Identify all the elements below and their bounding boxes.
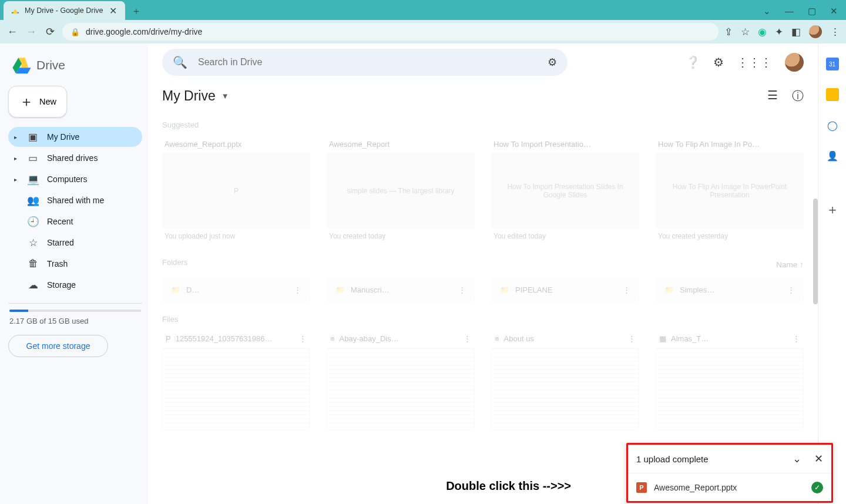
lock-icon: 🔒 <box>70 28 80 36</box>
suggested-label: Suggested <box>162 120 804 129</box>
forward-button[interactable]: → <box>25 25 38 38</box>
address-bar[interactable]: 🔒 drive.google.com/drive/my-drive <box>62 23 719 41</box>
sidebar-item-label: My Drive <box>47 132 79 142</box>
drive-logo-row[interactable]: Drive <box>8 52 142 86</box>
search-input[interactable] <box>198 57 537 68</box>
powerpoint-icon: P <box>636 482 647 493</box>
card-title: Awesome_Report.pptx <box>162 135 310 153</box>
sidebar-item-label: Computers <box>47 174 87 184</box>
folder-label: PIPELANE <box>515 285 553 294</box>
sidebar-item-computers[interactable]: ▸💻Computers <box>8 169 142 189</box>
search-bar[interactable]: 🔍 ⚙ <box>162 49 568 76</box>
account-avatar[interactable] <box>785 53 804 72</box>
sidebar-item-label: Recent <box>47 217 73 226</box>
tab-search-icon[interactable]: ⌄ <box>763 6 771 16</box>
toast-collapse-icon[interactable]: ⌄ <box>793 452 801 465</box>
folder-item[interactable]: 📁Manuscri…⋮ <box>327 277 475 302</box>
window-maximize-icon[interactable]: ▢ <box>808 6 816 16</box>
sidebar-item-label: Storage <box>47 280 76 290</box>
extensions-puzzle-icon[interactable]: ✦ <box>775 26 783 38</box>
contacts-icon[interactable]: 👤 <box>826 149 839 162</box>
folder-item[interactable]: 📁Simples…⋮ <box>656 277 804 302</box>
file-item[interactable]: ▦Almas_T…⋮ <box>656 330 804 430</box>
file-more-icon[interactable]: ⋮ <box>793 334 800 343</box>
reload-button[interactable]: ⟳ <box>43 25 56 38</box>
drive-favicon-icon <box>11 6 20 15</box>
file-item[interactable]: P125551924_10357631986…⋮ <box>162 330 310 430</box>
card-thumbnail: simple slides — The largest library <box>327 153 475 229</box>
folder-item[interactable]: 📁D…⋮ <box>162 277 310 302</box>
folder-more-icon[interactable]: ⋮ <box>787 285 795 294</box>
file-item[interactable]: ≡About us⋮ <box>491 330 639 430</box>
folder-item[interactable]: 📁PIPELANE⋮ <box>491 277 639 302</box>
sort-by-name[interactable]: Name↑ <box>776 260 804 269</box>
heading-caret-icon[interactable]: ▼ <box>221 92 229 100</box>
file-more-icon[interactable]: ⋮ <box>299 334 307 343</box>
back-button[interactable]: ← <box>6 25 19 38</box>
folder-icon: 📁 <box>664 285 674 294</box>
folder-more-icon[interactable]: ⋮ <box>458 285 466 294</box>
keep-icon[interactable] <box>826 88 839 101</box>
sidebar-item-recent[interactable]: ▸🕘Recent <box>8 211 142 231</box>
chrome-menu-icon[interactable]: ⋮ <box>830 26 840 38</box>
sidebar-item-shared-drives[interactable]: ▸▭Shared drives <box>8 148 142 168</box>
file-title: Abay-abay_Dis… <box>340 334 399 343</box>
sidebar-item-shared-with-me[interactable]: ▸👥Shared with me <box>8 190 142 210</box>
google-apps-icon[interactable]: ⋮⋮⋮ <box>737 55 772 69</box>
suggested-card[interactable]: Awesome_Report.pptxPYou uploaded just no… <box>162 135 310 244</box>
tasks-icon[interactable]: ◯ <box>826 119 839 132</box>
card-title: How To Flip An Image In Po… <box>656 135 804 153</box>
file-more-icon[interactable]: ⋮ <box>628 334 636 343</box>
upload-success-check-icon: ✓ <box>811 482 823 493</box>
list-layout-icon[interactable]: ☰ <box>767 88 778 104</box>
content-area: My Drive ▼ ☰ ⓘ Suggested Awesome_Report.… <box>148 81 818 504</box>
browser-toolbar: ← → ⟳ 🔒 drive.google.com/drive/my-drive … <box>0 20 846 43</box>
details-info-icon[interactable]: ⓘ <box>792 88 804 104</box>
bookmark-star-icon[interactable]: ☆ <box>741 26 750 38</box>
sidebar-item-icon: ▭ <box>27 152 39 164</box>
suggested-card[interactable]: How To Flip An Image In Po…How To Flip A… <box>656 135 804 244</box>
get-more-storage-button[interactable]: Get more storage <box>8 335 108 357</box>
suggested-card[interactable]: How To Import Presentatio…How To Import … <box>491 135 639 244</box>
file-more-icon[interactable]: ⋮ <box>464 334 471 343</box>
upload-item[interactable]: P Awesome_Report.pptx ✓ <box>628 473 831 501</box>
sidebar-item-my-drive[interactable]: ▸▣My Drive <box>8 127 142 147</box>
file-type-icon: ≡ <box>495 334 499 343</box>
tab-close-icon[interactable]: ✕ <box>108 5 118 16</box>
sidebar-item-starred[interactable]: ▸☆Starred <box>8 233 142 253</box>
side-panel-icon[interactable]: ◧ <box>791 26 801 38</box>
file-item[interactable]: ≡Abay-abay_Dis…⋮ <box>327 330 475 430</box>
sidebar-item-label: Starred <box>47 238 74 247</box>
new-button[interactable]: ＋ New <box>8 86 67 117</box>
annotation-text: Double click this -->>> <box>446 479 571 493</box>
settings-gear-icon[interactable]: ⚙ <box>713 55 724 69</box>
sidebar-item-trash[interactable]: ▸🗑Trash <box>8 254 142 274</box>
toast-close-icon[interactable]: ✕ <box>814 452 823 465</box>
support-icon[interactable]: ❔ <box>686 55 700 69</box>
window-close-icon[interactable]: ✕ <box>830 6 838 16</box>
chrome-profile-avatar[interactable] <box>809 25 822 38</box>
extension-grammarly-icon[interactable]: ◉ <box>758 26 767 38</box>
folder-label: D… <box>186 285 199 294</box>
new-tab-button[interactable]: ＋ <box>131 6 142 16</box>
folder-icon: 📁 <box>171 285 180 294</box>
sidebar-item-icon: ▣ <box>27 131 39 143</box>
calendar-icon[interactable]: 31 <box>826 58 839 70</box>
suggested-card[interactable]: Awesome_Reportsimple slides — The larges… <box>327 135 475 244</box>
folder-more-icon[interactable]: ⋮ <box>294 285 301 294</box>
scrollbar[interactable] <box>813 199 818 304</box>
sidebar-item-storage[interactable]: ▸☁Storage <box>8 275 142 295</box>
window-minimize-icon[interactable]: ― <box>785 6 794 16</box>
folder-icon: 📁 <box>335 285 345 294</box>
search-options-icon[interactable]: ⚙ <box>548 56 557 69</box>
page-title[interactable]: My Drive <box>162 88 216 104</box>
card-thumbnail: P <box>162 153 310 229</box>
share-page-icon[interactable]: ⇪ <box>724 26 733 38</box>
sidebar-item-icon: 🕘 <box>27 216 39 228</box>
browser-tab[interactable]: My Drive - Google Drive ✕ <box>4 1 125 20</box>
product-name: Drive <box>36 58 65 72</box>
search-icon: 🔍 <box>173 55 187 69</box>
folder-more-icon[interactable]: ⋮ <box>623 285 630 294</box>
add-addon-icon[interactable]: ＋ <box>826 203 839 216</box>
sidebar-item-icon: 🗑 <box>27 258 39 270</box>
